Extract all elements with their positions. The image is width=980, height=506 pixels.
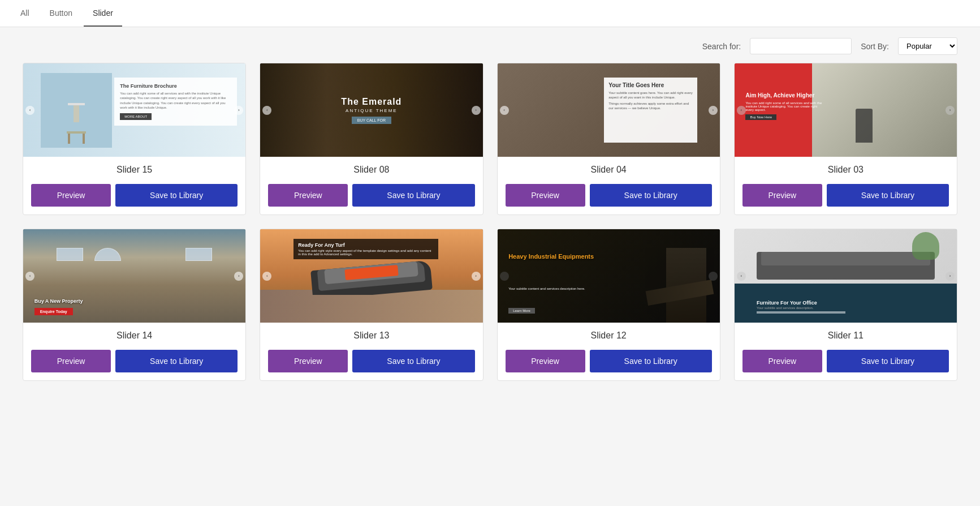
card-info-slider13: Slider 13 — [260, 323, 482, 345]
card-actions-slider08: Preview Save to Library — [260, 179, 482, 215]
slider12-btn[interactable]: Learn More — [508, 308, 535, 314]
tab-all[interactable]: All — [11, 1, 38, 27]
card-name-slider12: Slider 12 — [591, 331, 627, 340]
slider15-title: The Furniture Brochure — [120, 83, 231, 89]
tab-slider[interactable]: Slider — [84, 1, 122, 27]
card-info-slider08: Slider 08 — [260, 157, 482, 179]
svg-rect-1 — [74, 105, 79, 122]
card-slider08: ‹ The Emerald ANTIQUE THEME BUY CALL FOR… — [260, 63, 483, 215]
thumbnail-slider11: ‹ Furniture For Your Office Your subtitl… — [735, 229, 957, 323]
prev-arrow-slider12[interactable]: ‹ — [500, 272, 509, 281]
preview-button-slider14[interactable]: Preview — [31, 350, 111, 372]
card-slider03: ‹ Aim High, Achieve Higher You can add r… — [734, 63, 957, 215]
next-arrow-slider04[interactable]: › — [709, 106, 718, 115]
save-button-slider15[interactable]: Save to Library — [115, 184, 238, 207]
save-button-slider03[interactable]: Save to Library — [827, 184, 949, 207]
slider11-progress — [757, 311, 845, 314]
next-arrow-slider15[interactable]: › — [234, 106, 243, 115]
thumbnail-slider14: ‹ Buy A New Property Enquire Today › — [23, 229, 245, 323]
card-info-slider03: Slider 03 — [735, 157, 957, 179]
card-info-slider14: Slider 14 — [23, 323, 245, 345]
search-input[interactable] — [750, 38, 852, 54]
thumbnail-slider03: ‹ Aim High, Achieve Higher You can add r… — [735, 63, 957, 157]
card-actions-slider12: Preview Save to Library — [498, 345, 720, 380]
card-name-slider04: Slider 04 — [591, 165, 627, 174]
card-info-slider12: Slider 12 — [498, 323, 720, 345]
search-label: Search for: — [702, 42, 741, 51]
thumbnail-slider04: ‹ Your Title Goes Here Your subtitle con… — [498, 63, 720, 157]
card-info-slider11: Slider 11 — [735, 323, 957, 345]
card-slider14: ‹ Buy A New Property Enquire Today › Sli… — [23, 229, 246, 381]
slider12-text: Heavy Industrial Equipments — [508, 252, 594, 260]
save-button-slider13[interactable]: Save to Library — [352, 350, 474, 372]
card-actions-slider04: Preview Save to Library — [498, 179, 720, 215]
slider03-overlay-text: Aim High, Achieve Higher You can add rig… — [745, 92, 823, 120]
slider03-image — [812, 63, 957, 157]
save-button-slider11[interactable]: Save to Library — [827, 350, 949, 372]
preview-button-slider04[interactable]: Preview — [506, 184, 585, 207]
preview-button-slider12[interactable]: Preview — [506, 350, 585, 372]
card-slider12: ‹ Heavy Industrial Equipments Your subti… — [497, 229, 720, 381]
prev-arrow-slider03[interactable]: ‹ — [737, 106, 746, 115]
card-info-slider15: Slider 15 — [23, 157, 245, 179]
preview-button-slider08[interactable]: Preview — [268, 184, 348, 207]
prev-arrow-slider08[interactable]: ‹ — [262, 106, 271, 115]
thumbnail-slider12: ‹ Heavy Industrial Equipments Your subti… — [498, 229, 720, 323]
sort-select[interactable]: Popular Newest Oldest — [898, 37, 957, 55]
card-name-slider08: Slider 08 — [353, 165, 389, 174]
save-button-slider04[interactable]: Save to Library — [590, 184, 712, 207]
preview-button-slider15[interactable]: Preview — [31, 184, 111, 207]
card-slider11: ‹ Furniture For Your Office Your subtitl… — [734, 229, 957, 381]
thumbnail-slider15: ‹ The Furniture Brochure You can add rig… — [23, 63, 245, 157]
prev-arrow-slider14[interactable]: ‹ — [25, 272, 34, 281]
card-slider04: ‹ Your Title Goes Here Your subtitle con… — [497, 63, 720, 215]
card-slider13: ‹ Ready For Any Turf You can add right s… — [260, 229, 483, 381]
next-arrow-slider12[interactable]: › — [709, 272, 718, 281]
card-name-slider11: Slider 11 — [828, 331, 864, 340]
card-actions-slider03: Preview Save to Library — [735, 179, 957, 215]
next-arrow-slider08[interactable]: › — [472, 106, 481, 115]
card-actions-slider11: Preview Save to Library — [735, 345, 957, 380]
svg-rect-0 — [68, 103, 85, 105]
slider14-text: Buy A New Property — [34, 298, 83, 304]
card-actions-slider13: Preview Save to Library — [260, 345, 482, 380]
prev-arrow-slider04[interactable]: ‹ — [500, 106, 509, 115]
slider11-text: Furniture For Your Office — [757, 300, 817, 306]
prev-arrow-slider11[interactable]: ‹ — [737, 272, 746, 281]
card-actions-slider14: Preview Save to Library — [23, 345, 245, 380]
card-grid: ‹ The Furniture Brochure You can add rig… — [0, 63, 980, 404]
card-slider15: ‹ The Furniture Brochure You can add rig… — [23, 63, 246, 215]
svg-rect-3 — [68, 134, 70, 144]
card-name-slider14: Slider 14 — [116, 331, 152, 340]
sort-label: Sort By: — [861, 42, 889, 51]
prev-arrow-slider15[interactable]: ‹ — [25, 106, 34, 115]
save-button-slider12[interactable]: Save to Library — [590, 350, 712, 372]
next-arrow-slider03[interactable]: › — [946, 106, 955, 115]
slider08-overlay-text: The Emerald ANTIQUE THEME BUY CALL FOR — [341, 97, 402, 124]
card-name-slider03: Slider 03 — [828, 165, 864, 174]
save-button-slider08[interactable]: Save to Library — [352, 184, 474, 207]
next-arrow-slider13[interactable]: › — [472, 272, 481, 281]
next-arrow-slider11[interactable]: › — [946, 272, 955, 281]
svg-rect-2 — [67, 131, 86, 134]
tabs-bar: All Button Slider — [0, 0, 980, 27]
slider13-overlay-text: Ready For Any Turf You can add right sty… — [293, 239, 438, 259]
slider04-overlay-text: Your Title Goes Here Your subtitle conte… — [604, 78, 697, 143]
next-arrow-slider14[interactable]: › — [234, 272, 243, 281]
tab-button[interactable]: Button — [41, 1, 81, 27]
prev-arrow-slider13[interactable]: ‹ — [262, 272, 271, 281]
card-info-slider04: Slider 04 — [498, 157, 720, 179]
preview-button-slider11[interactable]: Preview — [742, 350, 822, 372]
save-button-slider14[interactable]: Save to Library — [115, 350, 238, 372]
svg-rect-4 — [83, 134, 85, 144]
card-actions-slider15: Preview Save to Library — [23, 179, 245, 215]
slider12-sub: Your subtitle content and services descr… — [508, 287, 585, 290]
preview-button-slider03[interactable]: Preview — [742, 184, 822, 207]
slider11-top-image — [735, 229, 957, 285]
toolbar: Search for: Sort By: Popular Newest Olde… — [0, 27, 980, 63]
thumbnail-slider08: ‹ The Emerald ANTIQUE THEME BUY CALL FOR… — [260, 63, 482, 157]
thumbnail-slider13: ‹ Ready For Any Turf You can add right s… — [260, 229, 482, 323]
preview-button-slider13[interactable]: Preview — [268, 350, 348, 372]
card-name-slider15: Slider 15 — [116, 165, 152, 174]
card-name-slider13: Slider 13 — [353, 331, 389, 340]
